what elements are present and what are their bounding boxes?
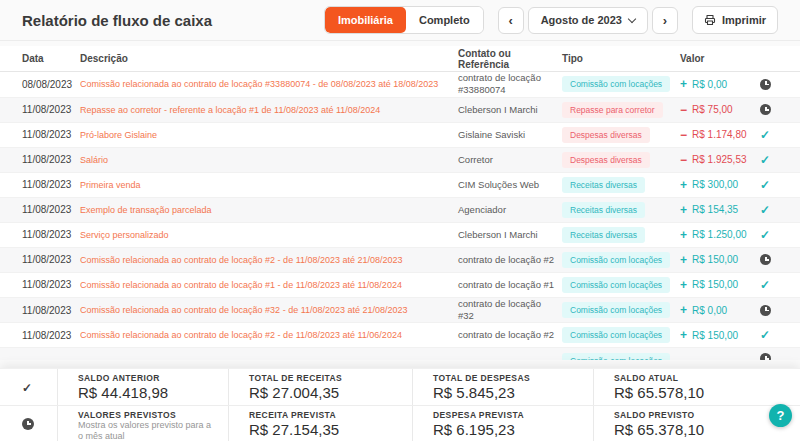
summary-stats-forecast: RECEITA PREVISTA R$ 27.154,35 DESPESA PR… bbox=[228, 406, 800, 441]
value-sign: + bbox=[680, 329, 687, 341]
pending-clock-icon[interactable] bbox=[760, 353, 771, 360]
transaction-description-link[interactable]: Repasse ao corretor - referente a locaçã… bbox=[80, 105, 458, 115]
column-header-contato: Contato ou Referência bbox=[458, 48, 562, 70]
paid-check-icon[interactable] bbox=[760, 203, 770, 217]
transaction-contact: Gislaine Saviski bbox=[458, 129, 562, 141]
print-button[interactable]: Imprimir bbox=[692, 6, 778, 34]
summary-stats-actual: SALDO ANTERIOR R$ 44.418,98 TOTAL DE REC… bbox=[57, 369, 800, 405]
stat-value: R$ 6.195,23 bbox=[433, 421, 593, 438]
paid-check-icon[interactable] bbox=[760, 328, 770, 342]
transaction-date: 08/08/2023 bbox=[22, 79, 80, 90]
value-sign: + bbox=[680, 204, 687, 216]
transaction-type-badge: Comissão com locações bbox=[562, 302, 670, 318]
transaction-date: 11/08/2023 bbox=[22, 129, 80, 140]
summary-stat: RECEITA PREVISTA R$ 27.154,35 bbox=[228, 406, 412, 441]
value-sign: − bbox=[680, 104, 687, 116]
paid-check-icon[interactable] bbox=[760, 128, 770, 142]
page-title: Relatório de fluxo de caixa bbox=[22, 12, 212, 29]
chevron-right-icon: › bbox=[663, 13, 667, 28]
stat-label: RECEITA PREVISTA bbox=[249, 410, 412, 420]
chevron-left-icon: ‹ bbox=[509, 13, 513, 28]
transaction-date: 11/08/2023 bbox=[22, 204, 80, 215]
pending-clock-icon[interactable] bbox=[760, 79, 771, 90]
table-row[interactable]: 11/08/2023 Repasse ao corretor - referen… bbox=[0, 98, 800, 123]
transaction-type-badge: Receitas diversas bbox=[562, 202, 645, 218]
confirmed-check-icon bbox=[22, 378, 32, 396]
table-body: 08/08/2023 Comissão relacionada ao contr… bbox=[0, 72, 800, 360]
view-toggle-button[interactable]: Imobiliária bbox=[325, 7, 406, 33]
table-row[interactable]: 11/08/2023 Serviço personalizado Clebers… bbox=[0, 223, 800, 248]
view-toggle-button[interactable]: Completo bbox=[406, 7, 483, 33]
transaction-contact: Cleberson I Marchi bbox=[458, 104, 562, 116]
value-amount: R$ 75,00 bbox=[692, 104, 733, 115]
value-amount: R$ 1.250,00 bbox=[692, 229, 747, 240]
transaction-description-link[interactable]: Pró-labore Gislaine bbox=[80, 130, 458, 140]
summary-stat: SALDO ATUAL R$ 65.578,10 bbox=[593, 369, 800, 405]
table-row[interactable]: 11/08/2023 Comissão relacionada ao contr… bbox=[0, 298, 800, 324]
stat-value: R$ 5.845,23 bbox=[433, 384, 593, 401]
transaction-type-badge: Receitas diversas bbox=[562, 177, 645, 193]
month-selector[interactable]: Agosto de 2023 bbox=[528, 7, 648, 34]
table-row[interactable]: 11/08/2023 Comissão relacionada ao contr… bbox=[0, 323, 800, 348]
previous-month-button[interactable]: ‹ bbox=[498, 7, 524, 34]
forecast-clock-icon bbox=[22, 418, 34, 430]
transaction-description-link[interactable]: Comissão relacionada ao contrato de loca… bbox=[80, 79, 458, 89]
print-button-label: Imprimir bbox=[722, 14, 766, 26]
pending-clock-icon[interactable] bbox=[760, 305, 771, 316]
stat-value: R$ 27.154,35 bbox=[249, 421, 412, 438]
help-button[interactable]: ? bbox=[769, 404, 792, 427]
stat-label: SALDO ATUAL bbox=[614, 373, 800, 383]
transaction-type-badge: Comissão com locações bbox=[562, 277, 670, 293]
paid-check-icon[interactable] bbox=[760, 228, 770, 242]
table-row[interactable]: Comissão com locações bbox=[0, 348, 800, 360]
pending-clock-icon[interactable] bbox=[760, 254, 771, 265]
transaction-description-link[interactable]: Serviço personalizado bbox=[80, 230, 458, 240]
value-sign: + bbox=[680, 304, 687, 316]
transaction-description-link[interactable]: Comissão relacionada ao contrato de loca… bbox=[80, 280, 458, 290]
printer-icon bbox=[704, 14, 716, 26]
value-sign: + bbox=[680, 78, 687, 90]
table-row[interactable]: 11/08/2023 Comissão relacionada ao contr… bbox=[0, 248, 800, 273]
stat-label: TOTAL DE DESPESAS bbox=[433, 373, 593, 383]
transaction-type-badge: Comissão com locações bbox=[562, 353, 670, 360]
table-row[interactable]: 11/08/2023 Primeira venda CIM Soluções W… bbox=[0, 173, 800, 198]
table-row[interactable]: 08/08/2023 Comissão relacionada ao contr… bbox=[0, 72, 800, 98]
transaction-contact: contrato de locação #32 bbox=[458, 298, 562, 323]
next-month-button[interactable]: › bbox=[652, 7, 678, 34]
table-row[interactable]: 11/08/2023 Comissão relacionada ao contr… bbox=[0, 273, 800, 298]
transaction-value: + R$ 150,00 bbox=[680, 279, 756, 291]
transaction-description-link[interactable]: Comissão relacionada ao contrato de loca… bbox=[80, 330, 458, 340]
transaction-contact: Cleberson I Marchi bbox=[458, 229, 562, 241]
header-controls: ImobiliáriaCompleto ‹ Agosto de 2023 › I… bbox=[324, 6, 778, 34]
summary-stat: SALDO ANTERIOR R$ 44.418,98 bbox=[57, 369, 228, 405]
paid-check-icon[interactable] bbox=[760, 278, 770, 292]
forecast-note: Mostra os valores previsto para a o mês … bbox=[78, 420, 228, 441]
transaction-description-link[interactable]: Comissão relacionada ao contrato de loca… bbox=[80, 255, 458, 265]
paid-check-icon[interactable] bbox=[760, 178, 770, 192]
stat-label: DESPESA PREVISTA bbox=[433, 410, 593, 420]
table-header-row: Data Descrição Contato ou Referência Tip… bbox=[0, 46, 800, 72]
transaction-contact: Agenciador bbox=[458, 204, 562, 216]
value-amount: R$ 150,00 bbox=[692, 279, 738, 290]
table-row[interactable]: 11/08/2023 Salário Corretor Despesas div… bbox=[0, 148, 800, 173]
table-row[interactable]: 11/08/2023 Pró-labore Gislaine Gislaine … bbox=[0, 123, 800, 148]
pending-clock-icon[interactable] bbox=[760, 104, 771, 115]
view-toggle: ImobiliáriaCompleto bbox=[324, 6, 484, 34]
transaction-description-link[interactable]: Salário bbox=[80, 155, 458, 165]
paid-check-icon[interactable] bbox=[760, 153, 770, 167]
value-amount: R$ 1.925,53 bbox=[692, 154, 747, 165]
top-bar: Relatório de fluxo de caixa ImobiliáriaC… bbox=[0, 0, 800, 41]
transaction-description-link[interactable]: Primeira venda bbox=[80, 180, 458, 190]
transaction-description-link[interactable]: Exemplo de transação parcelada bbox=[80, 205, 458, 215]
transaction-type-badge: Comissão com locações bbox=[562, 76, 670, 92]
transaction-date: 11/08/2023 bbox=[22, 229, 80, 240]
transaction-description-link[interactable]: Comissão relacionada ao contrato de loca… bbox=[80, 305, 458, 315]
transaction-value: − R$ 1.925,53 bbox=[680, 154, 756, 166]
summary-bar: SALDO ANTERIOR R$ 44.418,98 TOTAL DE REC… bbox=[0, 368, 800, 441]
value-sign: + bbox=[680, 179, 687, 191]
transaction-date: 11/08/2023 bbox=[22, 154, 80, 165]
question-mark-icon: ? bbox=[777, 408, 785, 423]
transaction-contact: contrato de locação #33880074 bbox=[458, 72, 562, 97]
table-row[interactable]: 11/08/2023 Exemplo de transação parcelad… bbox=[0, 198, 800, 223]
forecast-info: VALORES PREVISTOS Mostra os valores prev… bbox=[57, 406, 228, 441]
